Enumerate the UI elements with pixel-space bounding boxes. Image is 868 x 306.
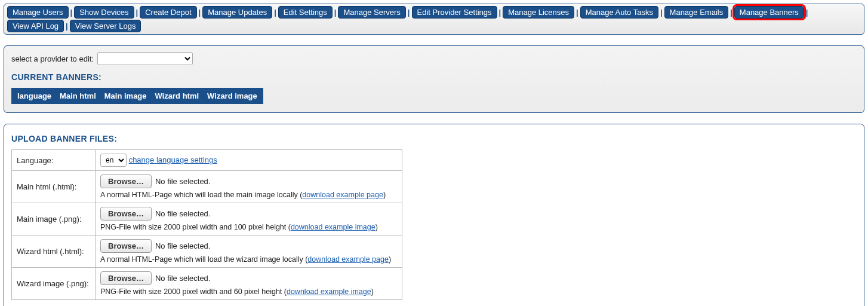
help-text: A normal HTML-Page which will load the m… — [100, 191, 397, 199]
download-example-link[interactable]: download example image — [291, 223, 375, 231]
banners-col-main-html: Main html — [60, 91, 96, 100]
nav-manage-licenses[interactable]: Manage Licenses — [503, 6, 574, 19]
nav-create-depot[interactable]: Create Depot — [140, 6, 196, 19]
upload-row-content: en change language settings — [96, 150, 402, 171]
browse-button[interactable]: Browse… — [100, 271, 152, 285]
current-banners-panel: select a provider to edit: CURRENT BANNE… — [4, 45, 864, 113]
upload-row: Wizard image (.png):Browse…No file selec… — [12, 268, 402, 300]
browse-button[interactable]: Browse… — [100, 239, 152, 253]
nav-manage-servers[interactable]: Manage Servers — [338, 6, 405, 19]
download-example-link[interactable]: download example page — [307, 255, 389, 264]
nav-separator: | — [805, 8, 809, 17]
language-select[interactable]: en — [100, 154, 127, 167]
download-example-link[interactable]: download example page — [302, 191, 383, 199]
nav-manage-users[interactable]: Manage Users — [7, 6, 69, 19]
nav-manage-auto-tasks[interactable]: Manage Auto Tasks — [580, 6, 658, 19]
upload-row-label: Wizard html (.html): — [12, 235, 96, 268]
nav-separator: | — [575, 8, 579, 17]
no-file-label: No file selected. — [155, 209, 211, 218]
no-file-label: No file selected. — [155, 274, 211, 283]
upload-row-content: Browse…No file selected.A normal HTML-Pa… — [96, 235, 402, 268]
upload-row: Wizard html (.html):Browse…No file selec… — [12, 235, 402, 268]
provider-label: select a provider to edit: — [11, 54, 94, 63]
nav-separator: | — [273, 8, 277, 17]
banners-col-main-image: Main image — [104, 91, 147, 100]
nav-view-server-logs[interactable]: View Server Logs — [70, 20, 141, 32]
nav-view-api-log[interactable]: View API Log — [7, 20, 64, 32]
upload-row-label: Main image (.png): — [12, 203, 96, 235]
upload-row-content: Browse…No file selected.PNG-File with si… — [96, 268, 402, 300]
nav-separator: | — [334, 8, 337, 17]
upload-panel: UPLOAD BANNER FILES: Language:en change … — [4, 124, 864, 306]
change-language-link[interactable]: change language settings — [129, 155, 217, 164]
top-nav-bar: Manage Users|Show Devices|Create Depot|M… — [4, 4, 864, 35]
banners-col-wizard-html: Wizard html — [155, 91, 199, 100]
nav-separator: | — [136, 8, 139, 17]
nav-edit-provider-settings[interactable]: Edit Provider Settings — [412, 6, 497, 19]
upload-table: Language:en change language settingsMain… — [11, 149, 402, 300]
help-text: A normal HTML-Page which will load the w… — [100, 255, 397, 264]
banners-col-wizard-image: Wizard image — [207, 91, 257, 100]
nav-separator: | — [498, 8, 502, 17]
nav-separator: | — [407, 8, 411, 17]
nav-manage-banners[interactable]: Manage Banners — [734, 6, 804, 19]
no-file-label: No file selected. — [155, 177, 211, 186]
nav-manage-updates[interactable]: Manage Updates — [202, 6, 272, 19]
no-file-label: No file selected. — [155, 241, 211, 250]
help-text: PNG-File with size 2000 pixel width and … — [100, 223, 397, 231]
nav-separator: | — [70, 8, 73, 17]
upload-row-content: Browse…No file selected.A normal HTML-Pa… — [96, 171, 402, 203]
browse-button[interactable]: Browse… — [100, 207, 152, 221]
upload-row-content: Browse…No file selected.PNG-File with si… — [96, 203, 402, 235]
download-example-link[interactable]: download example image — [287, 287, 371, 296]
nav-manage-emails[interactable]: Manage Emails — [664, 6, 729, 19]
upload-row: Language:en change language settings — [12, 150, 402, 171]
nav-separator: | — [198, 8, 202, 17]
provider-select[interactable] — [97, 52, 193, 65]
nav-show-devices[interactable]: Show Devices — [74, 6, 134, 19]
upload-row: Main image (.png):Browse…No file selecte… — [12, 203, 402, 235]
upload-row-label: Main html (.html): — [12, 171, 96, 203]
nav-separator: | — [65, 22, 69, 30]
upload-row-label: Language: — [12, 150, 96, 171]
upload-title: UPLOAD BANNER FILES: — [11, 134, 857, 143]
current-banners-header: languageMain htmlMain imageWizard htmlWi… — [11, 88, 263, 104]
nav-separator: | — [730, 8, 733, 17]
nav-separator: | — [660, 8, 663, 17]
browse-button[interactable]: Browse… — [100, 175, 152, 188]
banners-col-language: language — [17, 91, 51, 100]
nav-edit-settings[interactable]: Edit Settings — [278, 6, 333, 19]
current-banners-title: CURRENT BANNERS: — [11, 72, 857, 82]
upload-row-label: Wizard image (.png): — [12, 268, 96, 300]
upload-row: Main html (.html):Browse…No file selecte… — [12, 171, 402, 203]
help-text: PNG-File with size 2000 pixel width and … — [100, 287, 397, 296]
